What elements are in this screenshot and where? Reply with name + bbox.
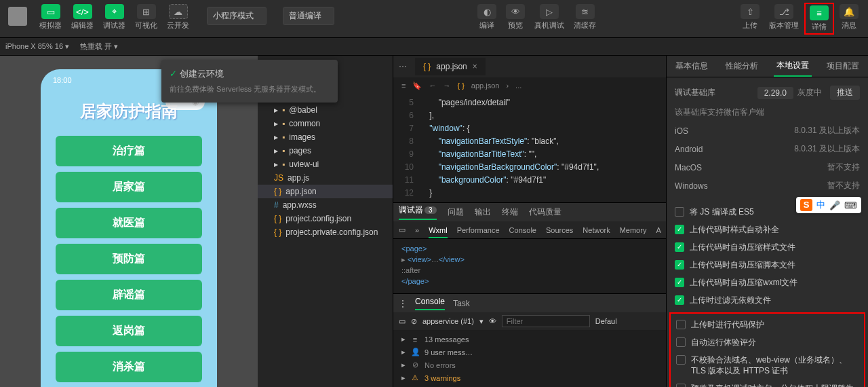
- tab-task[interactable]: Task: [453, 299, 470, 308]
- tab-quality[interactable]: 代码质量: [529, 206, 561, 218]
- editor-tab-bar: ⋯ { } app.json ×: [393, 56, 666, 77]
- setting-checkbox[interactable]: ✓上传代码时自动压缩wxml文件: [675, 277, 860, 288]
- context-select[interactable]: appservice (#1): [422, 317, 474, 325]
- tree-item[interactable]: { } app.json: [258, 185, 393, 198]
- support-note: 该基础库支持微信客户端: [675, 107, 860, 118]
- simulator-button[interactable]: ▭模拟器: [35, 3, 66, 32]
- console-msg[interactable]: ▸⚠3 warnings: [399, 371, 660, 384]
- avatar[interactable]: [8, 7, 27, 26]
- sub-toolbar: iPhone X 85% 16 ▾ 热重载 开 ▾: [0, 38, 868, 56]
- tree-item[interactable]: ▸ ▪ images: [258, 130, 393, 144]
- detail-tab[interactable]: 性能分析: [723, 56, 761, 76]
- file-explorer: ▸ ▪ @babel▸ ▪ common▸ ▪ images▸ ▪ pages▸…: [258, 56, 393, 387]
- subtab-a[interactable]: A: [656, 226, 660, 234]
- device-select[interactable]: iPhone X 85% 16 ▾: [5, 42, 69, 51]
- mode-select[interactable]: 小程序模式: [207, 7, 267, 25]
- detail-tab[interactable]: 项目配置: [824, 56, 862, 76]
- tab-console[interactable]: Console: [415, 297, 445, 310]
- phone-menu-item[interactable]: 治疗篇: [56, 136, 202, 166]
- wxml-panel[interactable]: <page> ▸ <view>…</view> ::after</page>: [393, 239, 666, 293]
- setting-checkbox[interactable]: ✓上传时过滤无依赖文件: [675, 295, 860, 306]
- tab-terminal[interactable]: 终端: [502, 206, 518, 218]
- editor-tab-app-json[interactable]: { } app.json ×: [415, 58, 486, 75]
- filter-input[interactable]: [502, 315, 590, 327]
- setting-checkbox[interactable]: 上传时进行代码保护: [676, 319, 859, 330]
- console-filter-bar: ▭ ⊘ appservice (#1)▾ 👁 Defaul: [393, 312, 666, 330]
- console-msg[interactable]: ▸≡13 messages: [399, 333, 660, 346]
- subtab-sources[interactable]: Sources: [546, 226, 573, 234]
- debugger-button[interactable]: ⌖调试器: [99, 3, 130, 32]
- editor-button[interactable]: </>编辑器: [67, 3, 98, 32]
- devtools-tab-bar: 调试器3 问题 输出 终端 代码质量: [393, 202, 666, 221]
- phone-menu-item[interactable]: 预防篇: [56, 244, 202, 274]
- detail-tab[interactable]: 基本信息: [673, 56, 711, 76]
- console-tab-bar: ⋮ Console Task: [393, 293, 666, 312]
- simulator-panel: 创建云环境 前往免费体验 Serverless 无服务器开发模式。 18:00 …: [0, 56, 258, 387]
- platform-row: Android8.0.31 及以上版本: [675, 143, 860, 155]
- preview-button[interactable]: 👁预览: [502, 3, 529, 32]
- phone-frame: 18:00 ⋯◉ 居家防护指南 治疗篇居家篇就医篇预防篇辟谣篇返岗篇消杀篇: [41, 69, 217, 387]
- hot-reload-toggle[interactable]: 热重载 开 ▾: [80, 41, 118, 52]
- phone-menu-item[interactable]: 居家篇: [56, 172, 202, 202]
- subtab-memory[interactable]: Memory: [620, 226, 647, 234]
- compile-button[interactable]: ◐编译: [473, 3, 500, 32]
- tree-item[interactable]: ▸ ▪ uview-ui: [258, 158, 393, 171]
- setting-checkbox[interactable]: ✓上传代码时自动压缩脚本文件: [675, 259, 860, 270]
- clear-icon[interactable]: ⊘: [411, 317, 417, 326]
- tab-debugger[interactable]: 调试器3: [399, 204, 437, 220]
- setting-checkbox[interactable]: 预览及真机调试时主包、分包体积上限调整为4M: [676, 383, 859, 387]
- close-icon[interactable]: ×: [473, 62, 477, 71]
- phone-menu-item[interactable]: 消杀篇: [56, 352, 202, 382]
- detail-panel: 基本信息性能分析本地设置项目配置 调试基础库 2.29.0 灰度中 推送 该基础…: [666, 56, 868, 387]
- tree-item[interactable]: # app.wxss: [258, 198, 393, 212]
- code-editor[interactable]: 5678910111213 "pages/index/detail" ], "w…: [393, 94, 666, 202]
- subtab-wxml[interactable]: Wxml: [429, 226, 448, 238]
- push-button[interactable]: 推送: [830, 86, 860, 100]
- inspect-icon[interactable]: ▭: [399, 317, 406, 326]
- tree-item[interactable]: { } project.config.json: [258, 212, 393, 225]
- phone-menu-item[interactable]: 返岗篇: [56, 316, 202, 346]
- tab-output[interactable]: 输出: [475, 206, 491, 218]
- tree-item[interactable]: ▸ ▪ @babel: [258, 103, 393, 117]
- tab-problems[interactable]: 问题: [448, 206, 464, 218]
- detail-tabs: 基本信息性能分析本地设置项目配置: [667, 56, 868, 77]
- platform-row: MacOS暂不支持: [675, 162, 860, 173]
- compile-mode-select[interactable]: 普通编译: [283, 7, 334, 25]
- ime-indicator[interactable]: S 中 🎤 ⌨: [796, 197, 861, 213]
- eye-icon[interactable]: 👁: [489, 317, 496, 325]
- tree-item[interactable]: JS app.js: [258, 171, 393, 185]
- breadcrumb: ≡🔖←→ { }app.json›...: [393, 77, 666, 94]
- version-button[interactable]: ⎇版本管理: [765, 3, 803, 35]
- tree-item[interactable]: { } project.private.config.json: [258, 225, 393, 239]
- subtab-network[interactable]: Network: [583, 226, 610, 234]
- setting-checkbox[interactable]: 自动运行体验评分: [676, 337, 859, 348]
- real-device-button[interactable]: ▷真机调试: [530, 3, 568, 32]
- subtab-console[interactable]: Console: [509, 226, 536, 234]
- tree-item[interactable]: ▸ ▪ pages: [258, 144, 393, 158]
- cloud-button[interactable]: ☁云开发: [163, 3, 193, 32]
- level-select[interactable]: Defaul: [595, 317, 617, 325]
- phone-menu-item[interactable]: 就医篇: [56, 208, 202, 238]
- tooltip-title: 创建云环境: [170, 68, 330, 80]
- subtab-performance[interactable]: Performance: [457, 226, 500, 234]
- json-icon: { }: [423, 62, 431, 71]
- detail-tab[interactable]: 本地设置: [774, 56, 812, 77]
- message-button[interactable]: 🔔消息: [835, 3, 863, 35]
- main-toolbar: ▭模拟器 </>编辑器 ⌖调试器 ⊞可视化 ☁云开发 小程序模式 普通编译 ◐编…: [0, 0, 868, 38]
- cloud-env-tooltip: 创建云环境 前往免费体验 Serverless 无服务器开发模式。: [161, 60, 338, 103]
- upload-button[interactable]: ⇧上传: [736, 3, 764, 35]
- clear-cache-button[interactable]: ≋清缓存: [570, 3, 600, 32]
- setting-checkbox[interactable]: 不校验合法域名、web-view（业务域名）、TLS 版本以及 HTTPS 证书: [676, 354, 859, 376]
- tree-item[interactable]: ▸ ▪ common: [258, 117, 393, 130]
- visual-button[interactable]: ⊞可视化: [131, 3, 161, 32]
- console-msg[interactable]: ▸👤9 user mess…: [399, 346, 660, 358]
- lib-version[interactable]: 2.29.0: [757, 87, 793, 99]
- detail-button[interactable]: ≡详情: [804, 3, 834, 35]
- lib-status: 灰度中: [797, 87, 822, 98]
- platform-row: Windows暂不支持: [675, 180, 860, 191]
- setting-checkbox[interactable]: ✓上传代码时样式自动补全: [675, 224, 860, 235]
- console-msg[interactable]: ▸⊘No errors: [399, 358, 660, 371]
- phone-menu-item[interactable]: 辟谣篇: [56, 280, 202, 310]
- setting-checkbox[interactable]: ✓上传代码时自动压缩样式文件: [675, 242, 860, 253]
- console-messages: ▸≡13 messages▸👤9 user mess…▸⊘No errors▸⚠…: [393, 330, 666, 387]
